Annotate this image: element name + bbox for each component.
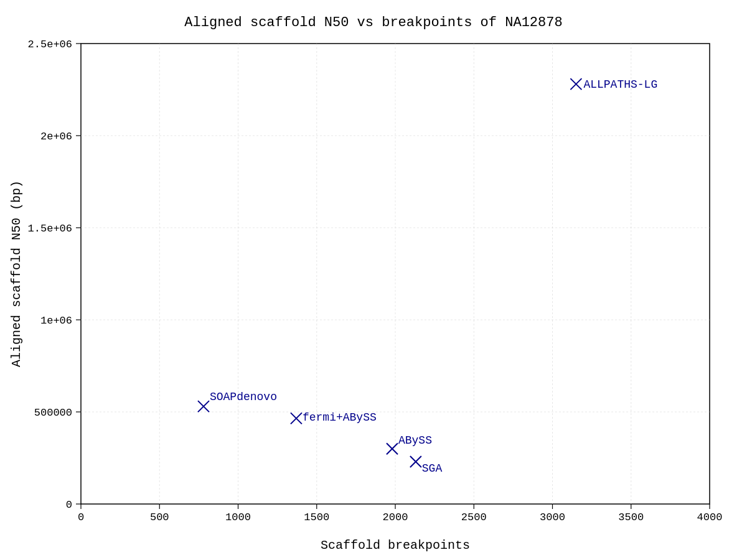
y-tick-label: 2.5e+06 bbox=[28, 39, 72, 50]
y-axis-label: Aligned scaffold N50 (bp) bbox=[9, 180, 24, 367]
data-point-label: fermi+ABySS bbox=[303, 411, 377, 424]
x-tick-label: 3000 bbox=[540, 511, 565, 523]
x-tick-label: 2000 bbox=[383, 511, 408, 523]
scatter-plot: Aligned scaffold N50 vs breakpoints of N… bbox=[0, 0, 747, 560]
y-tick-label: 0 bbox=[66, 499, 72, 511]
y-tick-label: 2e+06 bbox=[40, 131, 72, 142]
x-tick-label: 500 bbox=[150, 511, 169, 523]
data-point-label: ABySS bbox=[398, 434, 432, 447]
x-tick-label: 3500 bbox=[618, 511, 644, 523]
y-tick-label: 1e+06 bbox=[40, 315, 72, 327]
data-point-label: SGA bbox=[422, 462, 443, 475]
x-axis-label: Scaffold breakpoints bbox=[321, 538, 470, 553]
x-tick-label: 1500 bbox=[304, 511, 329, 523]
data-point-label: SOAPdenovo bbox=[210, 391, 277, 403]
x-tick-label: 0 bbox=[78, 511, 84, 523]
x-tick-label: 4000 bbox=[697, 511, 723, 523]
y-tick-label: 1.5e+06 bbox=[28, 223, 72, 235]
x-tick-label: 2500 bbox=[461, 511, 487, 523]
data-point-label: ALLPATHS-LG bbox=[583, 78, 657, 91]
x-tick-label: 1000 bbox=[225, 511, 251, 523]
chart-title: Aligned scaffold N50 vs breakpoints of N… bbox=[184, 15, 562, 30]
chart-container: Aligned scaffold N50 vs breakpoints of N… bbox=[0, 0, 747, 560]
y-tick-label: 500000 bbox=[34, 407, 72, 419]
